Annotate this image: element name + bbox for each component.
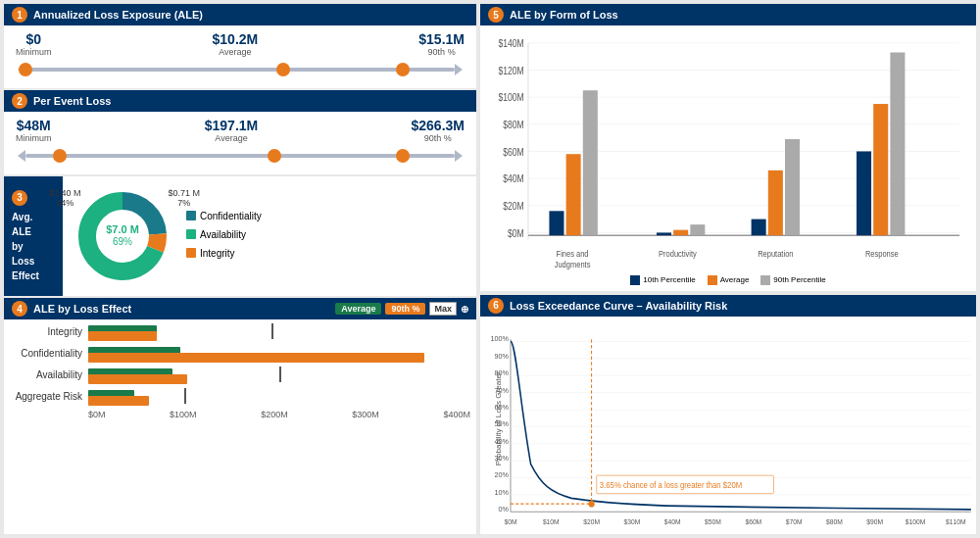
- section-5-title: ALE by Form of Loss: [510, 9, 618, 21]
- hbar-xaxis: $0M$100M$200M$300M$400M: [10, 410, 470, 419]
- svg-rect-39: [890, 53, 905, 236]
- section-4-title: ALE by Loss Effect: [33, 303, 131, 315]
- svg-text:30%: 30%: [494, 454, 509, 464]
- ale-90th: $15.1M 90th %: [418, 31, 465, 57]
- ale-track: [25, 59, 455, 80]
- svg-text:Fines and: Fines and: [557, 248, 589, 259]
- svg-text:$100M: $100M: [498, 91, 523, 103]
- svg-text:$7.0 M: $7.0 M: [106, 223, 139, 235]
- section-2-title: Per Event Loss: [33, 95, 111, 107]
- filter-max-badge[interactable]: Max: [429, 302, 457, 316]
- ale-average: $10.2M Average: [213, 31, 259, 57]
- section-6: 6 Loss Exceedance Curve – Availability R…: [480, 295, 976, 534]
- svg-text:100%: 100%: [490, 334, 509, 344]
- svg-rect-33: [752, 220, 766, 236]
- section-2-num: 2: [12, 93, 27, 109]
- svg-rect-29: [657, 232, 671, 235]
- section-1-title: Annualized Loss Exposure (ALE): [33, 9, 203, 21]
- donut-legend: Confidentiality Availability Integrity: [186, 211, 262, 263]
- svg-text:$110M: $110M: [946, 518, 966, 526]
- svg-text:Reputation: Reputation: [758, 248, 793, 259]
- ale-minimum: $0 Minimum: [16, 31, 52, 57]
- svg-text:$120M: $120M: [498, 65, 523, 76]
- svg-text:$30M: $30M: [624, 518, 641, 526]
- svg-text:90%: 90%: [494, 351, 509, 361]
- svg-text:$40M: $40M: [664, 518, 681, 526]
- filter-icon: ⊕: [461, 304, 468, 315]
- hbar-integrity: Integrity: [10, 323, 470, 339]
- hbar-aggregate: Aggregate Risk: [10, 388, 470, 404]
- svg-text:$90M: $90M: [866, 518, 883, 526]
- per-event-90th: $266.3M 90th %: [412, 118, 465, 143]
- svg-text:$20M: $20M: [583, 518, 600, 526]
- section-2-header: 2 Per Event Loss: [4, 90, 476, 112]
- section-6-title: Loss Exceedance Curve – Availability Ris…: [510, 300, 727, 312]
- svg-text:$0M: $0M: [508, 227, 524, 239]
- donut-chart: $7.0 M 69% $2.40 M24% $0.71 M7%: [69, 182, 176, 290]
- svg-text:Judgments: Judgments: [555, 259, 591, 269]
- svg-text:69%: 69%: [113, 236, 132, 247]
- svg-rect-38: [873, 104, 888, 235]
- svg-text:Response: Response: [865, 248, 899, 259]
- filter-avg-badge[interactable]: Average: [335, 303, 381, 315]
- svg-rect-30: [673, 230, 688, 236]
- svg-text:0%: 0%: [498, 505, 509, 514]
- section-6-num: 6: [488, 298, 504, 314]
- section-3-num-badge: 3: [12, 190, 27, 206]
- section-1: 1 Annualized Loss Exposure (ALE) $0 Mini…: [4, 4, 476, 88]
- svg-rect-37: [857, 151, 871, 235]
- section-4-header: 4 ALE by Loss Effect Average 90th % Max …: [4, 298, 476, 319]
- section-2: 2 Per Event Loss $48M Minimum $197.1M Av…: [4, 90, 476, 174]
- conf-label: $2.40 M24%: [49, 188, 81, 208]
- svg-text:$70M: $70M: [786, 518, 803, 526]
- svg-rect-24: [549, 211, 564, 235]
- per-event-track: [25, 145, 455, 167]
- svg-text:40%: 40%: [494, 436, 509, 446]
- section-1-num: 1: [12, 7, 27, 23]
- svg-text:$0M: $0M: [504, 518, 516, 526]
- int-label: $0.71 M7%: [168, 188, 200, 208]
- filter-90-badge[interactable]: 90th %: [385, 303, 425, 315]
- hbar-chart: Integrity Confidentiality Availability: [4, 319, 476, 423]
- chart5-area: $0M $20M $40M $60M $80M $100M $120M $140…: [486, 29, 970, 273]
- svg-rect-35: [785, 139, 800, 235]
- svg-rect-25: [566, 154, 581, 235]
- svg-text:$80M: $80M: [503, 119, 523, 130]
- per-event-minimum: $48M Minimum: [16, 118, 52, 143]
- svg-text:Productivity: Productivity: [659, 248, 697, 259]
- svg-text:$20M: $20M: [503, 200, 523, 212]
- svg-text:$60M: $60M: [503, 146, 523, 158]
- svg-text:$50M: $50M: [705, 518, 721, 526]
- svg-text:$100M: $100M: [906, 518, 926, 526]
- hbar-confidentiality: Confidentiality: [10, 345, 470, 361]
- svg-rect-26: [583, 90, 598, 235]
- section-1-header: 1 Annualized Loss Exposure (ALE): [4, 4, 476, 25]
- svg-text:$60M: $60M: [745, 518, 761, 526]
- svg-text:$140M: $140M: [498, 37, 523, 49]
- donut-area: $7.0 M 69% $2.40 M24% $0.71 M7% Confiden…: [63, 176, 476, 296]
- section-5: 5 ALE by Form of Loss $0M $: [480, 4, 976, 291]
- svg-rect-31: [690, 224, 705, 235]
- section-6-header: 6 Loss Exceedance Curve – Availability R…: [480, 295, 976, 317]
- svg-text:$10M: $10M: [543, 518, 560, 526]
- svg-text:10%: 10%: [494, 487, 509, 497]
- section-5-content: $0M $20M $40M $60M $80M $100M $120M $140…: [480, 25, 976, 289]
- hbar-availability: Availability: [10, 367, 470, 382]
- section-3: 3 Avg.ALEbyLossEffect $7.0 M 69%: [4, 176, 476, 296]
- section-5-header: 5 ALE by Form of Loss: [480, 4, 976, 25]
- svg-text:$80M: $80M: [826, 518, 843, 526]
- svg-text:$40M: $40M: [503, 172, 523, 184]
- svg-text:Loss Exposure: Loss Exposure: [716, 530, 767, 532]
- per-event-average: $197.1M Average: [205, 118, 258, 143]
- svg-rect-34: [768, 171, 783, 235]
- section-5-num: 5: [488, 7, 504, 23]
- svg-text:70%: 70%: [494, 385, 509, 395]
- svg-text:3.65% chance of a loss greater: 3.65% chance of a loss greater than $20M: [600, 480, 742, 490]
- svg-text:20%: 20%: [494, 470, 509, 480]
- section-4-num: 4: [12, 301, 27, 317]
- chart5-legend: 10th Percentile Average 90th Percentile: [486, 275, 970, 285]
- svg-text:60%: 60%: [494, 403, 509, 413]
- section-4: 4 ALE by Loss Effect Average 90th % Max …: [4, 298, 476, 534]
- svg-point-80: [588, 501, 594, 508]
- svg-text:50%: 50%: [494, 419, 509, 429]
